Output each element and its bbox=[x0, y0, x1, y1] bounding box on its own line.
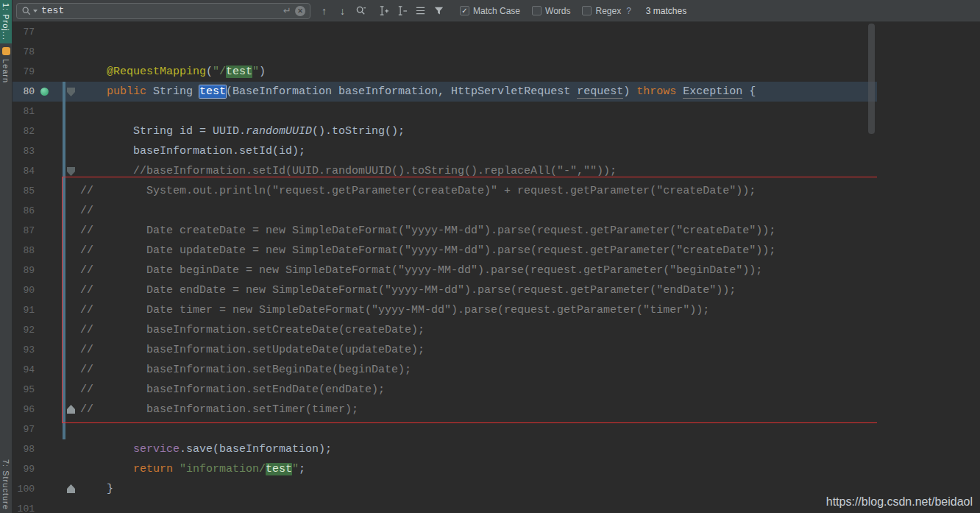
next-occurrence-button[interactable]: ↓ bbox=[333, 2, 352, 20]
editor[interactable]: 777879 @RequestMapping("/test")80 public… bbox=[13, 22, 877, 513]
code-line[interactable]: 94// baseInformation.setBeginDate(beginD… bbox=[13, 360, 877, 380]
code-text: // baseInformation.setUpdateDate(updateD… bbox=[80, 344, 425, 356]
code-line[interactable]: 89// Date beginDate = new SimpleDateForm… bbox=[13, 261, 877, 280]
code-line[interactable]: 101 bbox=[13, 499, 877, 513]
add-selection-button[interactable] bbox=[374, 2, 393, 20]
search-icon[interactable] bbox=[21, 6, 38, 16]
select-all-occurrences-button[interactable] bbox=[411, 2, 430, 20]
previous-occurrence-button[interactable]: ↑ bbox=[315, 2, 333, 20]
code-line[interactable]: 85// System.out.println("request.getPara… bbox=[13, 181, 877, 201]
line-number[interactable]: 91 bbox=[13, 300, 35, 320]
code-token: test bbox=[199, 85, 226, 98]
code-line[interactable]: 83 baseInformation.setId(id); bbox=[13, 141, 877, 161]
code-token: // bbox=[80, 205, 93, 217]
line-number[interactable]: 98 bbox=[13, 439, 35, 459]
spring-icon[interactable] bbox=[40, 88, 49, 96]
line-number[interactable]: 96 bbox=[13, 400, 35, 420]
line-number[interactable]: 92 bbox=[13, 320, 35, 340]
line-number[interactable]: 100 bbox=[13, 479, 35, 499]
gutter-icons bbox=[35, 420, 80, 439]
code-line[interactable]: 81 bbox=[13, 102, 877, 121]
line-number[interactable]: 84 bbox=[13, 161, 35, 181]
code-line[interactable]: 100 } bbox=[13, 479, 877, 499]
tool-window-button-structure[interactable]: 7: Structure bbox=[0, 456, 12, 513]
code-line[interactable]: 80 public String test(BaseInformation ba… bbox=[13, 82, 877, 102]
gutter-icons bbox=[35, 340, 80, 360]
words-label: Words bbox=[545, 6, 570, 16]
gutter-icons bbox=[35, 360, 80, 380]
regex-checkbox[interactable]: ✓ Regex bbox=[582, 6, 621, 16]
fold-start-icon[interactable] bbox=[67, 167, 75, 176]
code-line[interactable]: 79 @RequestMapping("/test") bbox=[13, 62, 877, 82]
line-number[interactable]: 78 bbox=[13, 42, 35, 62]
line-number[interactable]: 95 bbox=[13, 380, 35, 400]
line-number[interactable]: 101 bbox=[13, 499, 35, 513]
code-line[interactable]: 90// Date endDate = new SimpleDateFormat… bbox=[13, 280, 877, 300]
code-token: // Date updateDate = new SimpleDateForma… bbox=[80, 244, 775, 257]
vertical-scrollbar-thumb[interactable] bbox=[868, 24, 875, 134]
line-number[interactable]: 83 bbox=[13, 141, 35, 161]
filter-button[interactable] bbox=[430, 2, 448, 20]
line-number[interactable]: 99 bbox=[13, 459, 35, 479]
words-checkbox[interactable]: ✓ Words bbox=[532, 6, 570, 16]
git-change-stripe[interactable] bbox=[63, 82, 65, 439]
gutter-icons bbox=[35, 201, 80, 221]
line-number[interactable]: 85 bbox=[13, 181, 35, 201]
fold-end-icon[interactable] bbox=[67, 405, 75, 414]
code-line[interactable]: 78 bbox=[13, 42, 877, 62]
code-line[interactable]: 88// Date updateDate = new SimpleDateFor… bbox=[13, 241, 877, 261]
search-input[interactable]: test ↵ ✕ bbox=[16, 3, 310, 19]
clear-search-icon[interactable]: ✕ bbox=[295, 6, 305, 16]
line-number[interactable]: 93 bbox=[13, 340, 35, 360]
code-line[interactable]: 82 String id = UUID.randomUUID().toStrin… bbox=[13, 121, 877, 141]
code-token: (BaseInformation baseInformation, HttpSe… bbox=[226, 85, 577, 98]
search-query-text[interactable]: test bbox=[41, 5, 280, 16]
code-line[interactable]: 92// baseInformation.setCreateDate(creat… bbox=[13, 320, 877, 340]
fold-start-icon[interactable] bbox=[67, 88, 75, 96]
learn-icon bbox=[2, 47, 10, 55]
code-line[interactable]: 84 //baseInformation.setId(UUID.randomUU… bbox=[13, 161, 877, 181]
line-number[interactable]: 82 bbox=[13, 121, 35, 141]
line-number[interactable]: 80 bbox=[13, 82, 35, 102]
line-number[interactable]: 79 bbox=[13, 62, 35, 82]
code-token bbox=[80, 66, 107, 78]
line-number[interactable]: 89 bbox=[13, 261, 35, 280]
code-line[interactable]: 87// Date createDate = new SimpleDateFor… bbox=[13, 221, 877, 241]
code-line[interactable]: 93// baseInformation.setUpdateDate(updat… bbox=[13, 340, 877, 360]
code-text: @RequestMapping("/test") bbox=[80, 66, 266, 78]
code-token: ) bbox=[623, 85, 636, 98]
code-line[interactable]: 95// baseInformation.setEndDate(endDate)… bbox=[13, 380, 877, 400]
match-case-checkbox[interactable]: ✓ Match Case bbox=[460, 6, 520, 16]
line-number[interactable]: 87 bbox=[13, 221, 35, 241]
code-line[interactable]: 77 bbox=[13, 22, 877, 42]
line-number[interactable]: 88 bbox=[13, 241, 35, 261]
gutter-icons bbox=[35, 141, 80, 161]
code-token: ) bbox=[259, 66, 266, 78]
tool-window-button-project[interactable]: 1: Proj... bbox=[0, 0, 12, 43]
remove-selection-button[interactable] bbox=[393, 2, 411, 20]
code-line[interactable]: 98 service.save(baseInformation); bbox=[13, 439, 877, 459]
regex-help-link[interactable]: ? bbox=[626, 6, 631, 16]
line-number[interactable]: 90 bbox=[13, 280, 35, 300]
line-number[interactable]: 81 bbox=[13, 102, 35, 121]
code-token bbox=[80, 443, 133, 456]
fold-end-icon[interactable] bbox=[67, 484, 75, 493]
newline-icon[interactable]: ↵ bbox=[283, 5, 291, 16]
code-token: String bbox=[146, 85, 199, 98]
code-line[interactable]: 99 return "information/test"; bbox=[13, 459, 877, 479]
code-line[interactable]: 96// baseInformation.setTimer(timer); bbox=[13, 400, 877, 420]
find-all-button[interactable] bbox=[352, 2, 370, 20]
line-number[interactable]: 77 bbox=[13, 22, 35, 42]
code-text: baseInformation.setId(id); bbox=[80, 145, 305, 158]
code-line[interactable]: 86// bbox=[13, 201, 877, 221]
code-token: public bbox=[107, 85, 146, 98]
tool-window-button-learn[interactable]: Learn bbox=[0, 56, 12, 86]
code-text: // Date timer = new SimpleDateFormat("yy… bbox=[80, 304, 709, 316]
line-number[interactable]: 86 bbox=[13, 201, 35, 221]
code-area: 777879 @RequestMapping("/test")80 public… bbox=[13, 22, 877, 513]
line-number[interactable]: 94 bbox=[13, 360, 35, 380]
line-number[interactable]: 97 bbox=[13, 420, 35, 439]
code-line[interactable]: 91// Date timer = new SimpleDateFormat("… bbox=[13, 300, 877, 320]
code-text: // Date beginDate = new SimpleDateFormat… bbox=[80, 264, 762, 277]
code-line[interactable]: 97 bbox=[13, 420, 877, 439]
